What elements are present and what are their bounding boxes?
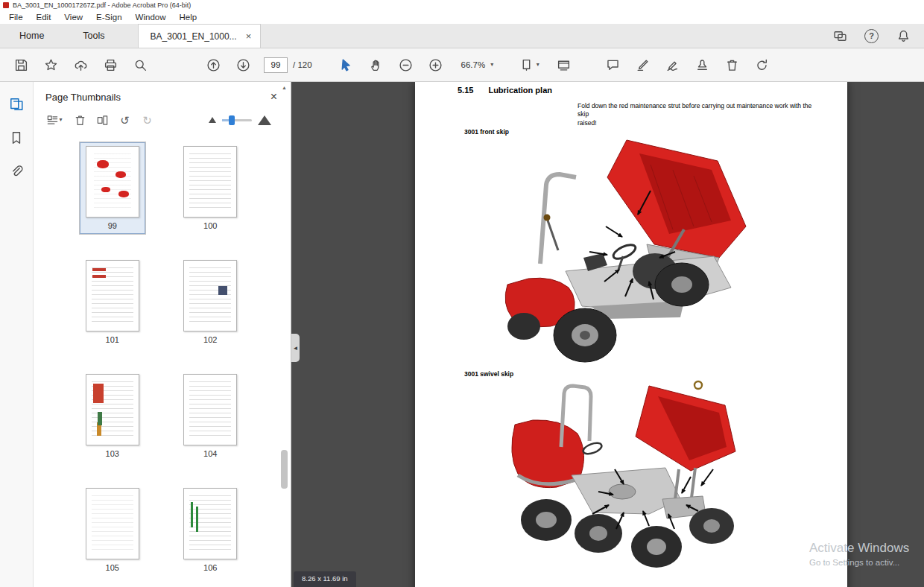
acrobat-logo-icon [3, 2, 9, 8]
panel-header: Page Thumbnails × [34, 82, 291, 106]
star-favorite-icon[interactable] [36, 51, 66, 78]
scrollbar-thumb[interactable] [281, 450, 288, 489]
menu-item-file[interactable]: File [2, 11, 30, 23]
page-display-options[interactable]: ▾ [510, 51, 548, 78]
tab-tools[interactable]: Tools [63, 24, 124, 48]
thumbnail-image [183, 374, 237, 445]
zoom-out-icon[interactable] [391, 51, 421, 78]
menu-bar: FileEditViewE-SignWindowHelp [0, 10, 924, 24]
zoom-level-value: 66.7% [461, 60, 486, 69]
content-area: Page Thumbnails × ▾ ↺ ↻ [0, 82, 924, 587]
resize-thumbnails-icon[interactable] [92, 111, 113, 129]
front-skip-illustration [494, 139, 755, 367]
thumbnail-page-106[interactable]: 106 [177, 484, 243, 576]
section-heading: 5.15 Lubrication plan [458, 86, 552, 95]
thumbnail-size-slider[interactable] [222, 119, 252, 121]
save-icon[interactable] [6, 51, 36, 78]
page-count-label: / 120 [293, 60, 312, 69]
delete-thumbnail-icon[interactable] [70, 111, 90, 129]
collapse-panel-handle[interactable]: ◄ [291, 334, 300, 362]
select-tool-icon[interactable] [332, 51, 361, 78]
menu-item-edit[interactable]: Edit [30, 11, 58, 23]
chevron-down-icon: ▾ [490, 62, 493, 68]
zoom-out-mountain-icon[interactable] [209, 117, 216, 123]
thumbnail-image [86, 374, 139, 445]
panel-scrollbar[interactable]: ▲ [279, 83, 289, 586]
print-icon[interactable] [95, 51, 125, 78]
thumbnail-page-number: 102 [203, 335, 217, 344]
zoom-in-mountain-icon[interactable] [258, 115, 271, 125]
thumbnail-image [183, 488, 237, 559]
highlight-icon[interactable] [627, 51, 657, 78]
tab-document[interactable]: BA_3001_EN_1000... × [138, 24, 262, 48]
thumbnail-image [183, 260, 237, 331]
thumbnail-options-icon[interactable]: ▾ [41, 111, 68, 129]
acrobat-window: BA_3001_EN_100017267Z.pdf - Adobe Acroba… [0, 0, 924, 587]
thumbnail-image [86, 146, 139, 218]
page-size-badge: 8.26 x 11.69 in [294, 571, 356, 587]
previous-page-icon[interactable] [198, 51, 228, 78]
thumbnail-zoom-slider-group [209, 115, 283, 125]
bookmarks-panel-icon[interactable] [9, 130, 24, 145]
thumbnail-page-101[interactable]: 101 [80, 256, 145, 348]
stamp-icon[interactable] [687, 51, 717, 78]
delete-pages-icon[interactable] [717, 51, 747, 78]
page-thumbnails-panel-icon[interactable] [9, 97, 24, 112]
section-title: Lubrication plan [488, 86, 552, 95]
scroll-up-icon[interactable]: ▲ [279, 85, 289, 90]
hand-tool-icon[interactable] [361, 51, 391, 78]
maintenance-note: Fold down the red maintenance strut befo… [578, 102, 823, 127]
thumbnail-page-104[interactable]: 104 [177, 370, 243, 462]
reading-mode-icon[interactable] [548, 51, 578, 78]
page-number-input[interactable] [264, 57, 288, 73]
menu-item-esign[interactable]: E-Sign [89, 11, 129, 23]
page-thumbnails-panel: Page Thumbnails × ▾ ↺ ↻ [34, 82, 291, 587]
share-upload-icon[interactable] [66, 51, 95, 78]
slider-thumb[interactable] [229, 115, 235, 125]
attachments-panel-icon[interactable] [9, 164, 24, 179]
thumbnail-page-100[interactable]: 100 [177, 142, 243, 234]
title-bar: BA_3001_EN_100017267Z.pdf - Adobe Acroba… [0, 0, 924, 10]
rotate-cw-icon[interactable]: ↻ [137, 111, 157, 129]
navigation-rail [0, 82, 34, 587]
thumbnail-page-102[interactable]: 102 [177, 256, 243, 348]
zoom-level-select[interactable]: 66.7% ▾ [457, 57, 499, 72]
rotate-ccw-icon[interactable]: ↺ [115, 111, 135, 129]
rotate-pages-icon[interactable] [747, 51, 776, 78]
help-icon[interactable]: ? [864, 29, 879, 43]
thumbnail-image [183, 146, 237, 218]
note-line-1: Fold down the red maintenance strut befo… [578, 102, 823, 119]
close-icon[interactable]: × [270, 91, 277, 103]
figure1-label: 3001 front skip [464, 128, 509, 136]
notifications-bell-icon[interactable] [894, 22, 912, 49]
thumbnail-page-105[interactable]: 105 [80, 484, 145, 576]
document-tab-label: BA_3001_EN_1000... [151, 31, 237, 42]
thumbnail-page-number: 101 [106, 335, 119, 344]
thumbnail-image [86, 488, 139, 559]
thumbnail-page-number: 100 [203, 221, 217, 230]
share-screen-icon[interactable] [831, 22, 849, 49]
next-page-icon[interactable] [228, 51, 258, 78]
search-icon[interactable] [125, 51, 155, 78]
main-toolbar: / 120 66.7% ▾ ▾ [0, 48, 924, 82]
chevron-down-icon: ▾ [537, 62, 539, 68]
menu-item-help[interactable]: Help [173, 11, 204, 23]
panel-toolbar: ▾ ↺ ↻ [34, 106, 291, 133]
panel-title: Page Thumbnails [45, 92, 121, 103]
close-icon[interactable]: × [246, 31, 252, 41]
comment-icon[interactable] [598, 51, 627, 78]
note-line-2: raised! [578, 119, 823, 127]
section-number: 5.15 [458, 86, 473, 95]
fill-sign-icon[interactable] [657, 51, 687, 78]
menu-item-window[interactable]: Window [129, 11, 173, 23]
zoom-in-icon[interactable] [421, 51, 451, 78]
thumbnail-page-number: 105 [106, 563, 119, 572]
collapse-left-icon: ◄ [293, 345, 299, 352]
tab-bar: Home Tools BA_3001_EN_1000... × ? [0, 24, 924, 48]
chevron-down-icon: ▾ [59, 117, 62, 123]
menu-item-view[interactable]: View [57, 11, 89, 23]
thumbnail-page-99[interactable]: 99 [80, 142, 145, 234]
tab-home[interactable]: Home [0, 24, 63, 48]
thumbnail-page-103[interactable]: 103 [80, 370, 145, 462]
figure2-label: 3001 swivel skip [464, 370, 513, 378]
